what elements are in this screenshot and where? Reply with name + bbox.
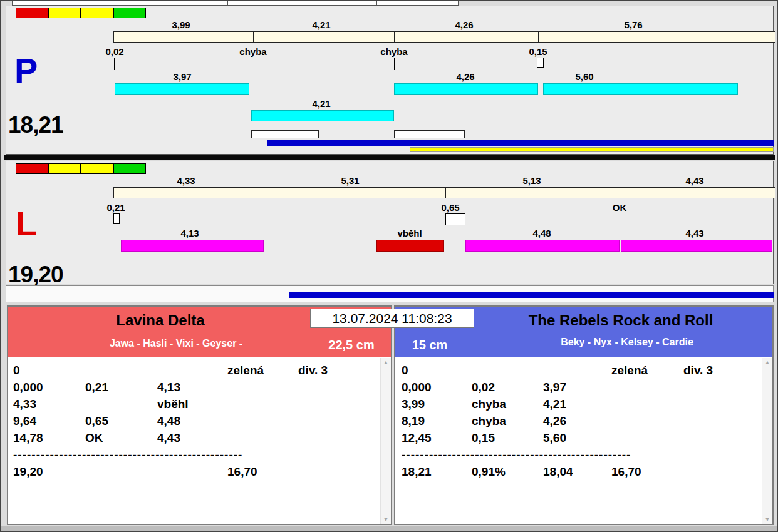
result-cell — [611, 396, 683, 412]
scroll-down-icon[interactable]: ▼ — [381, 515, 391, 524]
team-left-results-table: 0 zelená div. 3 0,000 0,21 4,13 4,33 vbě… — [13, 362, 367, 480]
datetime-display: 13.07.2024 11:08:23 — [310, 309, 474, 328]
result-cell — [298, 412, 367, 429]
crossing-label: 0,21 — [85, 202, 147, 213]
result-total-cell: 19,20 — [13, 463, 85, 480]
split-label: 5,76 — [602, 19, 665, 30]
crossing-label: OK — [588, 202, 651, 213]
team-right-scrollbar[interactable]: ▲ ▼ — [762, 358, 772, 524]
light-yellow-2 — [81, 163, 113, 174]
result-cell: 4,33 — [13, 396, 85, 412]
result-cell: 9,64 — [13, 412, 85, 429]
result-cell — [543, 362, 611, 379]
result-cell — [683, 412, 755, 429]
dog-time-label: 4,21 — [290, 98, 353, 109]
result-cell: 5,60 — [543, 429, 611, 446]
split-label: 4,33 — [155, 175, 217, 186]
result-cell — [611, 429, 683, 446]
result-total-cell: 0,91% — [472, 463, 543, 480]
dog-time-bar — [394, 83, 538, 95]
result-cell: div. 3 — [298, 362, 367, 379]
results-separator: ----------------------------------------… — [402, 446, 755, 463]
light-yellow-1 — [48, 163, 81, 174]
scroll-up-icon[interactable]: ▲ — [381, 358, 391, 367]
result-total-cell: 18,21 — [402, 463, 472, 480]
scroll-up-icon[interactable]: ▲ — [762, 358, 772, 367]
background-window-strip — [12, 1, 459, 6]
dog-time-bar — [543, 83, 738, 95]
crossing-tick — [620, 213, 620, 225]
split-divider — [538, 31, 539, 43]
light-red — [16, 8, 48, 18]
result-cell: 4,21 — [543, 396, 611, 412]
result-total-cell — [298, 463, 367, 480]
result-cell — [85, 396, 157, 412]
result-cell: chyba — [472, 412, 543, 429]
result-total-cell: 18,04 — [543, 463, 611, 480]
result-total-cell — [157, 463, 227, 480]
dog-time-bar — [465, 240, 620, 252]
split-label: 4,26 — [433, 19, 495, 30]
result-cell — [298, 379, 367, 396]
split-label: 5,31 — [319, 175, 381, 186]
light-red — [16, 163, 48, 174]
result-cell: 4,26 — [543, 412, 611, 429]
result-cell: zelená — [227, 362, 298, 379]
team-left-jump-height: 22,5 cm — [317, 338, 386, 352]
result-cell — [472, 362, 543, 379]
result-cell: 4,13 — [157, 379, 227, 396]
result-cell — [227, 379, 298, 396]
crossing-label: 0,15 — [507, 46, 569, 57]
light-yellow-2 — [81, 8, 113, 18]
lane-letter-p: P — [14, 53, 38, 88]
rerun-slot — [394, 130, 465, 138]
lane-letter-l: L — [16, 206, 37, 241]
team-left-name: Lavina Delta — [26, 312, 295, 329]
result-cell: 8,19 — [402, 412, 472, 429]
result-cell: 3,99 — [402, 396, 472, 412]
split-bar-l — [113, 187, 775, 198]
result-cell — [298, 396, 367, 412]
scroll-down-icon[interactable]: ▼ — [762, 515, 772, 524]
light-yellow-1 — [48, 8, 81, 18]
result-cell — [227, 412, 298, 429]
lane-l-panel — [6, 161, 774, 284]
progress-bar-blue-l — [289, 292, 774, 298]
crossing-label: 0,65 — [419, 202, 482, 213]
crossing-tick — [114, 58, 115, 70]
dog-time-label: 4,13 — [158, 228, 221, 238]
result-cell: 0,21 — [85, 379, 157, 396]
result-cell: chyba — [472, 396, 543, 412]
result-cell: vběhl — [157, 396, 227, 412]
team-right-dogs: Beky - Nyx - Kelsey - Cardie — [499, 337, 755, 348]
result-cell — [683, 429, 755, 446]
start-lights-l — [16, 163, 146, 174]
dog-time-label: 5,60 — [553, 71, 616, 82]
split-divider — [253, 31, 254, 43]
results-separator: ----------------------------------------… — [13, 446, 367, 463]
split-label: 4,21 — [290, 19, 353, 30]
result-cell: 12,45 — [402, 429, 472, 446]
split-divider — [394, 31, 395, 43]
dog-time-label: 3,97 — [151, 71, 214, 82]
crossing-marker-box — [445, 213, 465, 225]
dog-time-label: 4,48 — [511, 228, 573, 238]
team-left-scrollbar[interactable]: ▲ ▼ — [380, 358, 391, 524]
background-window-divider — [376, 1, 377, 6]
result-cell: OK — [85, 429, 157, 446]
result-cell: 0 — [13, 362, 85, 379]
result-cell — [611, 379, 683, 396]
start-lights-p — [16, 8, 146, 18]
split-label: 4,43 — [663, 175, 726, 186]
result-total-cell: 16,70 — [611, 463, 683, 480]
lane-divider — [4, 155, 775, 160]
result-cell: 0,15 — [472, 429, 543, 446]
result-cell — [611, 412, 683, 429]
team-right-name: The Rebels Rock and Roll — [477, 312, 765, 329]
split-label: 5,13 — [501, 175, 563, 186]
result-cell — [683, 396, 755, 412]
split-bar-p — [113, 31, 775, 43]
split-divider — [620, 187, 620, 198]
crossing-marker-box — [113, 213, 120, 224]
team-right-results-table: 0 zelená div. 3 0,000 0,02 3,97 3,99 chy… — [402, 362, 755, 480]
